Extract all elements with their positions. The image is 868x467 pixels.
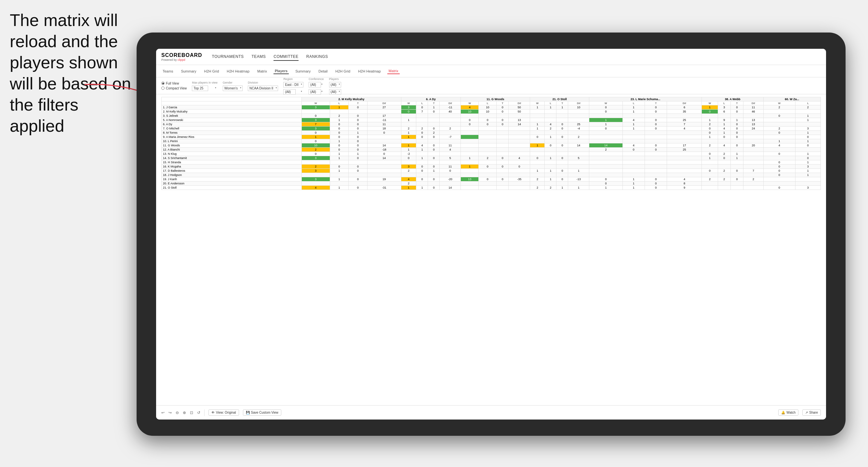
subnav-h2h-heatmap-2[interactable]: H2H Heatmap [357, 69, 382, 74]
matrix-cell [367, 160, 401, 164]
region-select[interactable]: East - DII [283, 82, 303, 88]
sub-w-1: W [302, 101, 330, 105]
matrix-cell [416, 182, 428, 186]
matrix-cell: 1 [622, 122, 645, 126]
subnav-detail[interactable]: Detail [317, 69, 329, 74]
subnav-h2h-heatmap[interactable]: H2H Heatmap [225, 69, 251, 74]
subnav-summary[interactable]: Summary [180, 69, 197, 74]
matrix-cell: 3 [795, 186, 820, 190]
matrix-cell: 10 [461, 110, 479, 114]
region-select-wrap[interactable]: East - DII [283, 81, 303, 87]
region-sub-select[interactable]: (All) [283, 89, 296, 95]
matrix-cell: 0 [645, 148, 667, 152]
max-players-select-wrap[interactable]: Top 25 [192, 85, 218, 91]
matrix-cell: 1 [530, 126, 545, 131]
matrix-cell: 4 [545, 122, 556, 126]
share-button[interactable]: ↗ Share [802, 409, 821, 416]
matrix-cell [568, 139, 589, 144]
division-select-wrap[interactable]: NCAA Division II [248, 85, 278, 91]
matrix-cell: 3 [718, 105, 731, 110]
subnav-matrix-1[interactable]: Matrix [256, 69, 268, 74]
matrix-cell [667, 169, 702, 173]
nav-committee[interactable]: COMMITTEE [274, 53, 299, 61]
max-players-select[interactable]: Top 25 [192, 86, 208, 91]
sub-w-2: W [401, 101, 416, 105]
fit-button[interactable]: ⊡ [190, 410, 193, 415]
matrix-cell [589, 152, 623, 156]
full-view-radio[interactable]: Full View [161, 82, 187, 85]
undo-button[interactable]: ↩ [161, 410, 164, 415]
subnav-teams[interactable]: Teams [161, 69, 174, 74]
matrix-cell [743, 114, 764, 118]
conference-select-wrap[interactable]: (All) [309, 81, 324, 87]
save-icon: 💾 [246, 411, 250, 414]
nav-tournaments[interactable]: TOURNAMENTS [212, 53, 244, 61]
region-sub-select-wrap[interactable]: (All) [283, 89, 303, 94]
compact-view-radio[interactable]: Compact View [161, 87, 187, 90]
matrix-cell: 1 [349, 131, 368, 135]
matrix-corner [162, 97, 302, 101]
zoom-in-button[interactable]: ⊕ [183, 410, 186, 415]
conference-select[interactable]: (All) [309, 82, 321, 88]
conference-sub-select[interactable]: (All) [309, 89, 321, 95]
save-custom-button[interactable]: 💾 Save Custom View [243, 409, 281, 416]
matrix-cell [589, 160, 623, 164]
division-select[interactable]: NCAA Division II [248, 86, 278, 91]
matrix-cell [743, 173, 764, 177]
players-sub-select-wrap[interactable]: (All) [329, 89, 341, 94]
matrix-cell [743, 164, 764, 169]
gender-select[interactable]: Women's [223, 86, 243, 91]
view-original-button[interactable]: 👁 View: Original [209, 409, 239, 416]
matrix-cell: 1 [702, 105, 718, 110]
matrix-cell [461, 152, 479, 156]
matrix-cell: 0 [330, 122, 349, 126]
matrix-cell [530, 173, 545, 177]
matrix-cell [743, 186, 764, 190]
matrix-cell [568, 131, 589, 135]
matrix-cell: 0 [530, 156, 545, 160]
matrix-cell: 1 [416, 156, 428, 160]
max-players-filter: Max players in view Top 25 [192, 81, 218, 91]
subnav-summary-2[interactable]: Summary [294, 69, 312, 74]
matrix-cell: 0 [589, 105, 623, 110]
matrix-cell: 0 [731, 169, 743, 173]
matrix-cell [509, 169, 530, 173]
players-select[interactable]: (All) [329, 82, 341, 88]
matrix-cell: 0 [416, 169, 428, 173]
subnav-matrix-2[interactable]: Matrix [388, 68, 400, 74]
matrix-cell [763, 110, 795, 114]
matrix-cell: 4 [302, 186, 330, 190]
nav-teams[interactable]: TEAMS [252, 53, 266, 61]
zoom-out-button[interactable]: ⊖ [176, 410, 179, 415]
matrix-cell [440, 118, 461, 122]
matrix-cell: 0 [428, 126, 440, 131]
subnav-players[interactable]: Players [274, 68, 289, 74]
players-select-wrap[interactable]: (All) [329, 81, 341, 87]
subnav-h2h-grid[interactable]: H2H Grid [203, 69, 220, 74]
players-sub-select[interactable]: (All) [329, 89, 341, 95]
conference-sub-select-wrap[interactable]: (All) [309, 89, 324, 94]
matrix-cell [302, 160, 330, 164]
matrix-cell: 0 [479, 164, 497, 169]
subnav-h2h-grid-2[interactable]: H2H Grid [334, 69, 351, 74]
nav-rankings[interactable]: RANKINGS [306, 53, 328, 61]
matrix-cell: 1 [401, 118, 416, 122]
sub-d-6: Dif [743, 101, 764, 105]
matrix-cell [545, 118, 556, 122]
matrix-cell [763, 122, 795, 126]
table-row: 14. S Srichantamit310140105120401051010 [162, 156, 821, 160]
redo-button[interactable]: ↪ [168, 410, 172, 415]
refresh-button[interactable]: ↺ [197, 410, 200, 415]
row-player-name: 5. A Nomrowski [162, 118, 302, 122]
matrix-cell: 1 [568, 169, 589, 173]
bottom-toolbar: ↩ ↪ ⊖ ⊕ ⊡ ↺ 👁 View: Original 💾 Save Cust… [156, 405, 826, 419]
col-header-6: 38. A Webb [702, 97, 763, 101]
matrix-cell [330, 160, 349, 164]
gender-select-wrap[interactable]: Women's [223, 85, 243, 91]
matrix-container: 2. M Kelly Mulcahy 6. A Dy 11. G Woods 2… [156, 94, 826, 192]
watch-button[interactable]: 🔔 Watch [778, 409, 798, 416]
matrix-cell: 0 [763, 164, 795, 169]
matrix-cell [568, 173, 589, 177]
matrix-cell [702, 173, 718, 177]
matrix-cell [479, 152, 497, 156]
